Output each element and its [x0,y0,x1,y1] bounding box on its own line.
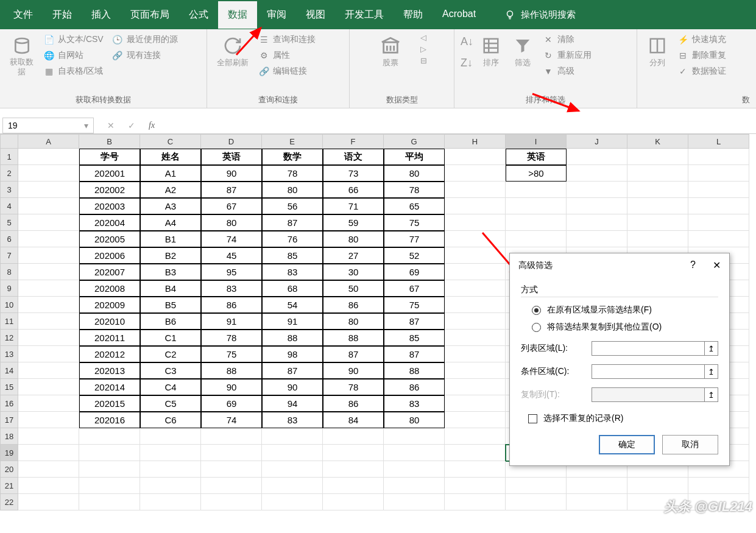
cell[interactable] [567,494,627,510]
tab-开始[interactable]: 开始 [43,1,82,29]
cell[interactable] [445,346,506,362]
cell[interactable] [445,445,506,461]
cell[interactable]: 202009 [79,297,140,313]
row-header[interactable]: 7 [0,247,18,264]
cell[interactable]: 88 [384,362,445,379]
row-header[interactable]: 12 [0,330,18,346]
cell[interactable] [567,198,627,214]
cell[interactable] [323,445,384,461]
cell[interactable]: >80 [506,165,567,182]
cell[interactable]: B1 [140,231,201,247]
cell[interactable]: C4 [140,379,201,395]
cell[interactable] [18,330,79,346]
cell[interactable]: 95 [201,264,262,280]
cell[interactable]: C6 [140,412,201,428]
cell[interactable]: 90 [201,379,262,395]
cell[interactable] [445,264,506,280]
cell[interactable] [262,428,323,445]
row-header[interactable]: 16 [0,395,18,412]
properties-button[interactable]: ⚙属性 [256,49,318,62]
cell[interactable]: 202002 [79,182,140,198]
select-all-corner[interactable] [0,134,18,149]
cell[interactable] [627,165,688,182]
cell[interactable] [201,478,262,494]
cell[interactable]: 91 [262,313,323,330]
cell[interactable]: 87 [384,313,445,330]
cell[interactable] [445,313,506,330]
cell[interactable] [18,494,79,510]
row-header[interactable]: 18 [0,428,18,445]
cell[interactable] [140,478,201,494]
row-header[interactable]: 19 [0,445,18,461]
cell[interactable]: 80 [384,412,445,428]
cell[interactable]: 73 [323,165,384,182]
cell[interactable] [445,412,506,428]
cell[interactable] [18,445,79,461]
cell[interactable] [79,428,140,445]
row-header[interactable]: 13 [0,346,18,362]
row-header[interactable]: 11 [0,313,18,330]
cell[interactable] [506,214,567,231]
cell[interactable] [18,231,79,247]
range-picker-icon[interactable]: ↥ [705,364,718,379]
unique-records-checkbox[interactable]: 选择不重复的记录(R) [528,413,718,424]
cell[interactable] [506,478,567,494]
cell[interactable] [627,182,688,198]
nav-left-icon[interactable]: ◁ [420,33,427,42]
cell[interactable]: 87 [262,214,323,231]
cell[interactable]: C1 [140,330,201,346]
cell[interactable]: 平均 [384,149,445,165]
column-header[interactable]: J [567,134,627,149]
cell[interactable]: 202001 [79,165,140,182]
cell[interactable] [567,182,627,198]
column-header[interactable]: I [506,134,567,149]
cell[interactable] [445,362,506,379]
cell[interactable] [567,149,627,165]
cell[interactable] [688,214,749,231]
stocks-button[interactable]: 股票 [376,33,404,71]
cell[interactable] [323,494,384,510]
name-box[interactable]: 19 ▾ [2,118,94,133]
cell[interactable]: 90 [323,362,384,379]
data-validation-button[interactable]: ✓数据验证 [675,65,729,78]
tab-视图[interactable]: 视图 [296,1,335,29]
cell[interactable]: 80 [384,165,445,182]
flash-fill-button[interactable]: ⚡快速填充 [675,33,729,46]
cell[interactable] [18,461,79,478]
cell[interactable] [201,445,262,461]
row-header[interactable]: 3 [0,182,18,198]
cell[interactable]: 67 [201,198,262,214]
cell[interactable]: 86 [323,297,384,313]
sort-button[interactable]: 排序 [477,33,505,71]
column-header[interactable]: A [18,134,79,149]
cell[interactable] [79,445,140,461]
cell[interactable] [445,149,506,165]
cell[interactable] [688,198,749,214]
cell[interactable] [567,214,627,231]
cancel-icon[interactable]: ✕ [107,121,115,130]
refresh-all-button[interactable]: 全部刷新 [213,33,252,71]
cell[interactable] [18,165,79,182]
cell[interactable] [688,149,749,165]
cell[interactable]: 202008 [79,280,140,297]
formula-input[interactable] [168,118,756,133]
cell[interactable]: 30 [323,264,384,280]
cell[interactable] [18,149,79,165]
cell[interactable] [18,280,79,297]
cell[interactable] [445,379,506,395]
cell[interactable]: 59 [323,214,384,231]
cell[interactable]: 68 [262,280,323,297]
row-header[interactable]: 4 [0,198,18,214]
row-header[interactable]: 15 [0,379,18,395]
cell[interactable] [506,494,567,510]
criteria-range-input[interactable] [592,364,705,379]
row-header[interactable]: 17 [0,412,18,428]
cell[interactable]: 91 [201,313,262,330]
cell[interactable] [384,445,445,461]
cell[interactable] [79,461,140,478]
cell[interactable]: 86 [201,297,262,313]
cell[interactable] [323,478,384,494]
cell[interactable] [18,346,79,362]
cell[interactable]: 78 [262,165,323,182]
cell[interactable]: 202014 [79,379,140,395]
